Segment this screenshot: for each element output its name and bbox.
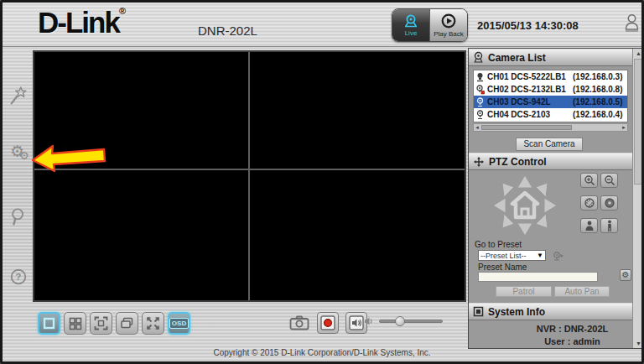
ptz-home-button[interactable]	[512, 193, 538, 217]
system-info-title: System Info	[488, 306, 545, 318]
scroll-down-icon[interactable]: ▼	[633, 341, 644, 346]
webcam-live-icon	[402, 13, 419, 29]
camera-row-ch01[interactable]: CH01 DCS-5222LB1 (192.168.0.3)	[474, 70, 627, 83]
zoom-out-icon	[604, 174, 615, 186]
single-view-button[interactable]	[38, 312, 60, 335]
right-panel-scrollbar[interactable]: ▲ ▼	[632, 49, 644, 348]
record-icon	[320, 315, 335, 330]
ptz-downright-arrow[interactable]	[536, 214, 548, 228]
play-icon	[440, 13, 457, 29]
person-standing-icon	[605, 220, 614, 232]
osd-icon: OSD	[169, 318, 189, 329]
preset-list-value: --Preset List--	[480, 252, 527, 260]
sequence-view-icon	[120, 317, 134, 330]
ptz-title: PTZ Control	[489, 156, 547, 168]
nvr-live-view-page: D-Link® DNR-202L Live Play Back 2015/05/…	[0, 0, 644, 364]
camera-label: CH01 DCS-5222LB1	[487, 72, 573, 81]
iris-open-icon	[584, 197, 595, 209]
ptz-zoom-out-button[interactable]	[600, 173, 618, 188]
model-name: DNR-202L	[198, 23, 257, 38]
ptz-down-arrow[interactable]	[517, 223, 532, 236]
ptz-iris-open-button[interactable]	[580, 195, 598, 211]
camera-list: CH01 DCS-5222LB1 (192.168.0.3) CH02 DCS-…	[473, 70, 628, 122]
camera-row-ch04[interactable]: CH04 DCS-2103 (192.168.0.4)	[474, 108, 627, 121]
camera-row-ch02[interactable]: CH02 DCS-2132LB1 (192.168.0.8)	[474, 83, 627, 96]
ptz-downleft-arrow[interactable]	[502, 214, 514, 228]
live-tab-label: Live	[405, 29, 418, 37]
dlink-logo: D-Link®	[38, 6, 126, 39]
search-log-icon[interactable]	[8, 206, 29, 228]
camera-ip: (192.168.0.8)	[573, 85, 623, 94]
vscroll-thumb[interactable]	[634, 59, 643, 185]
preset-name-input[interactable]	[478, 272, 598, 282]
camera-label: CH02 DCS-2132LB1	[487, 85, 573, 94]
gear-small-glyph: ⚙	[19, 149, 29, 162]
sequence-view-button[interactable]	[116, 312, 138, 335]
ptz-zoom-in-button[interactable]	[580, 173, 598, 188]
camera-list-header[interactable]: Camera List	[469, 49, 632, 66]
camera-row-ch03-selected[interactable]: CH03 DCS-942L (192.168.0.5)	[474, 96, 627, 108]
hscroll-thumb[interactable]	[481, 125, 572, 130]
ptz-right-arrow[interactable]	[544, 198, 557, 213]
preset-list-dropdown[interactable]: --Preset List-- ▼	[478, 250, 546, 261]
volume-slider[interactable]	[379, 320, 443, 323]
ptz-header[interactable]: PTZ Control	[469, 153, 632, 170]
ptz-left-arrow[interactable]	[493, 198, 506, 213]
layout-toolbar: OSD	[38, 312, 190, 335]
camera-list-hscrollbar[interactable]: ◄ ►	[473, 123, 628, 132]
scroll-left-icon[interactable]: ◄	[475, 125, 480, 130]
volume-control	[364, 316, 443, 326]
scan-camera-button[interactable]: Scan Camera	[516, 138, 583, 151]
volume-slider-thumb[interactable]	[395, 316, 405, 326]
ptz-camera-icon	[475, 72, 485, 82]
quad-view-icon	[69, 317, 82, 330]
ptz-upleft-arrow[interactable]	[502, 183, 514, 197]
ptz-up-arrow[interactable]	[517, 175, 532, 188]
user-icon[interactable]	[624, 12, 640, 35]
system-info-header[interactable]: System Info	[469, 303, 632, 320]
full-screen-button[interactable]	[90, 312, 112, 335]
record-button[interactable]	[317, 312, 339, 334]
preset-settings-button[interactable]: ⚙	[620, 269, 631, 281]
ptz-dpad[interactable]	[486, 171, 564, 240]
person-bust-icon	[584, 220, 595, 231]
media-toolbar	[288, 312, 367, 334]
video-cell-3[interactable]	[34, 170, 248, 300]
nvr-info-line: NVR : DNR-202L	[469, 324, 632, 334]
speaker-icon	[349, 315, 364, 330]
view-mode-switch: Live Play Back	[392, 8, 468, 42]
ptz-iris-close-button[interactable]	[600, 195, 618, 211]
registered-mark: ®	[119, 6, 126, 16]
patrol-button[interactable]: Patrol	[496, 286, 552, 297]
video-grid	[33, 50, 466, 302]
goto-preset-action-icon[interactable]	[553, 251, 564, 261]
video-cell-2[interactable]	[250, 52, 465, 169]
monitor-icon	[473, 306, 484, 317]
ptz-focus-near-button[interactable]	[580, 218, 598, 233]
camera-icon	[475, 110, 485, 120]
camera-ip: (192.168.0.3)	[573, 72, 623, 81]
scroll-right-icon[interactable]: ►	[621, 125, 626, 130]
camera-snapshot-icon	[289, 315, 309, 330]
auto-pan-button[interactable]: Auto Pan	[554, 286, 610, 297]
ptz-upright-arrow[interactable]	[536, 183, 548, 197]
setup-wizard-icon[interactable]	[8, 86, 29, 107]
help-icon[interactable]: ?	[8, 267, 29, 289]
playback-tab[interactable]: Play Back	[429, 9, 467, 41]
live-tab[interactable]: Live	[392, 9, 429, 41]
right-panel: Camera List CH01 DCS-5222LB1 (192.168.0.…	[468, 48, 644, 349]
video-cell-4[interactable]	[250, 170, 465, 300]
settings-icon[interactable]: ⚙ ⚙	[10, 145, 32, 169]
ptz-focus-far-button[interactable]	[600, 218, 618, 233]
playback-tab-label: Play Back	[434, 30, 464, 38]
single-view-icon	[43, 317, 55, 330]
webcam-icon	[473, 51, 484, 64]
scroll-up-icon[interactable]: ▲	[633, 50, 644, 56]
actual-size-button[interactable]	[142, 312, 164, 335]
iris-close-icon	[604, 197, 615, 209]
volume-speaker-icon	[364, 316, 375, 326]
osd-toggle-button[interactable]: OSD	[168, 312, 190, 335]
quad-view-button[interactable]	[64, 312, 86, 335]
snapshot-button[interactable]	[288, 312, 310, 334]
camera-ip: (192.168.0.4)	[573, 110, 623, 119]
